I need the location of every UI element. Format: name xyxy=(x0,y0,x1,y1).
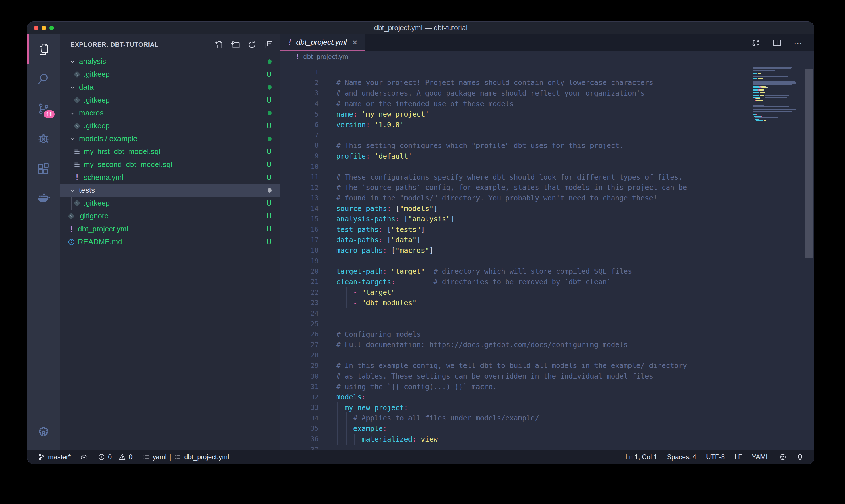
tree-file--gitkeep[interactable]: .gitkeepU xyxy=(59,120,280,132)
tree-file-dbt-project-yml[interactable]: !dbt_project.ymlU xyxy=(59,222,280,235)
problems-item[interactable]: 0 0 xyxy=(98,453,132,461)
feedback-smiley-icon[interactable] xyxy=(779,453,787,461)
line-number: 10 xyxy=(280,163,336,170)
search-icon[interactable] xyxy=(28,64,59,94)
split-editor-icon[interactable] xyxy=(773,38,782,47)
settings-gear-icon[interactable] xyxy=(28,417,59,447)
close-window-button[interactable] xyxy=(34,26,38,30)
line-number: 15 xyxy=(280,215,336,223)
minimap-line xyxy=(753,122,799,123)
indent-guide xyxy=(346,423,347,434)
tree-file--gitkeep[interactable]: .gitkeepU xyxy=(59,197,280,210)
indentation-item[interactable]: Spaces: 4 xyxy=(667,453,696,461)
minimap-line xyxy=(753,106,799,107)
minimap-line xyxy=(753,65,799,66)
new-file-icon[interactable] xyxy=(214,40,223,49)
code-line-19: 19 xyxy=(280,256,814,266)
new-folder-icon[interactable] xyxy=(231,40,240,49)
tree-file-my-second-dbt-model-sql[interactable]: my_second_dbt_model.sqlU xyxy=(59,158,280,171)
git-file-icon xyxy=(68,213,75,220)
code-line-34: 34 # Applies to all files under models/e… xyxy=(280,413,814,424)
line-number: 24 xyxy=(280,309,336,317)
sync-changes-item[interactable] xyxy=(80,453,88,461)
open-changes-icon[interactable] xyxy=(751,38,760,47)
cursor-position-item[interactable]: Ln 1, Col 1 xyxy=(626,453,658,461)
tree-file-readme-md[interactable]: README.mdU xyxy=(59,235,280,248)
eol-item[interactable]: LF xyxy=(734,453,742,461)
tree-item-label: analysis xyxy=(79,57,106,66)
code-line-4: 4# name or the intended use of these mod… xyxy=(280,98,814,109)
git-untracked-badge: U xyxy=(266,173,272,182)
info-file-icon xyxy=(68,238,75,246)
tree-folder-analysis[interactable]: analysis xyxy=(59,55,280,68)
maximize-window-button[interactable] xyxy=(49,26,54,30)
code-line-2: 2# Name your project! Project names shou… xyxy=(280,78,814,88)
refresh-icon[interactable] xyxy=(248,40,257,49)
debug-icon[interactable] xyxy=(28,124,59,154)
linter-status-item[interactable]: yaml | dbt_project.yml xyxy=(142,453,229,461)
line-number: 30 xyxy=(280,373,336,380)
minimap-line xyxy=(753,95,799,96)
minimap[interactable] xyxy=(753,65,799,123)
minimap-line xyxy=(753,97,799,98)
minimap-line xyxy=(753,108,799,109)
tab-dbt-project-yml[interactable]: ! dbt_project.yml × xyxy=(280,34,365,51)
git-status-dot xyxy=(268,188,272,193)
more-actions-icon[interactable]: ⋯ xyxy=(794,38,803,48)
line-number: 17 xyxy=(280,236,336,244)
tree-file--gitkeep[interactable]: .gitkeepU xyxy=(59,68,280,81)
collapse-all-icon[interactable] xyxy=(264,40,273,49)
breadcrumb-file[interactable]: dbt_project.yml xyxy=(303,53,350,61)
title-bar[interactable]: dbt_project.yml — dbt-tutorial xyxy=(28,22,814,34)
git-file-icon xyxy=(73,200,81,207)
extensions-icon[interactable] xyxy=(28,154,59,183)
chevron-down-icon xyxy=(69,58,76,65)
code-line-25: 25 xyxy=(280,319,814,329)
explorer-icon[interactable] xyxy=(28,34,59,64)
minimap-line xyxy=(753,79,799,80)
yaml-warning-icon: ! xyxy=(295,53,300,61)
sql-file-icon xyxy=(73,148,81,156)
line-number: 5 xyxy=(280,110,336,118)
code-line-7: 7 xyxy=(280,130,814,141)
indent-guide xyxy=(346,412,347,424)
line-number: 31 xyxy=(280,383,336,390)
tree-folder-tests[interactable]: tests xyxy=(59,184,280,197)
explorer-title: EXPLORER: DBT-TUTORIAL xyxy=(70,41,214,48)
indent-guide xyxy=(338,423,338,434)
minimize-window-button[interactable] xyxy=(41,26,46,30)
vscode-window: dbt_project.yml — dbt-tutorial xyxy=(27,21,814,464)
tree-folder-macros[interactable]: macros xyxy=(59,107,280,120)
git-branch-item[interactable]: master* xyxy=(38,453,71,461)
tree-file--gitkeep[interactable]: .gitkeepU xyxy=(59,94,280,107)
tree-file--gitignore[interactable]: .gitignoreU xyxy=(59,210,280,222)
tree-file-schema-yml[interactable]: !schema.ymlU xyxy=(59,171,280,184)
tree-folder-models-example[interactable]: models / example xyxy=(59,132,280,145)
explorer-sidebar: EXPLORER: DBT-TUTORIAL analys xyxy=(59,34,280,450)
tree-item-label: my_second_dbt_model.sql xyxy=(84,160,172,169)
tree-folder-data[interactable]: data xyxy=(59,81,280,94)
tree-item-label: .gitkeep xyxy=(84,70,110,79)
indent-guide xyxy=(346,297,347,308)
code-line-31: 31# using the `{{ config(...) }}` macro. xyxy=(280,381,814,392)
editor-scrollbar[interactable] xyxy=(805,69,813,258)
minimap-line xyxy=(753,105,799,105)
source-control-icon[interactable]: 11 xyxy=(28,94,59,124)
line-number: 36 xyxy=(280,435,336,443)
encoding-item[interactable]: UTF-8 xyxy=(706,453,725,461)
docker-icon[interactable] xyxy=(28,183,59,213)
notifications-bell-icon[interactable] xyxy=(796,453,804,461)
minimap-line xyxy=(753,84,799,85)
code-line-16: 16test-paths: ["tests"] xyxy=(280,224,814,235)
git-file-icon xyxy=(73,71,81,78)
cloud-upload-icon xyxy=(80,453,88,461)
code-line-9: 9profile: 'default' xyxy=(280,151,814,162)
breadcrumb[interactable]: ! dbt_project.yml xyxy=(280,51,814,62)
tab-close-icon[interactable]: × xyxy=(351,37,358,47)
list-icon xyxy=(142,453,150,461)
code-line-14: 14source-paths: ["models"] xyxy=(280,203,814,214)
code-editor[interactable]: 12# Name your project! Project names sho… xyxy=(280,62,814,450)
language-mode-item[interactable]: YAML xyxy=(752,453,769,461)
chevron-down-icon xyxy=(69,136,76,142)
tree-file-my-first-dbt-model-sql[interactable]: my_first_dbt_model.sqlU xyxy=(59,145,280,158)
